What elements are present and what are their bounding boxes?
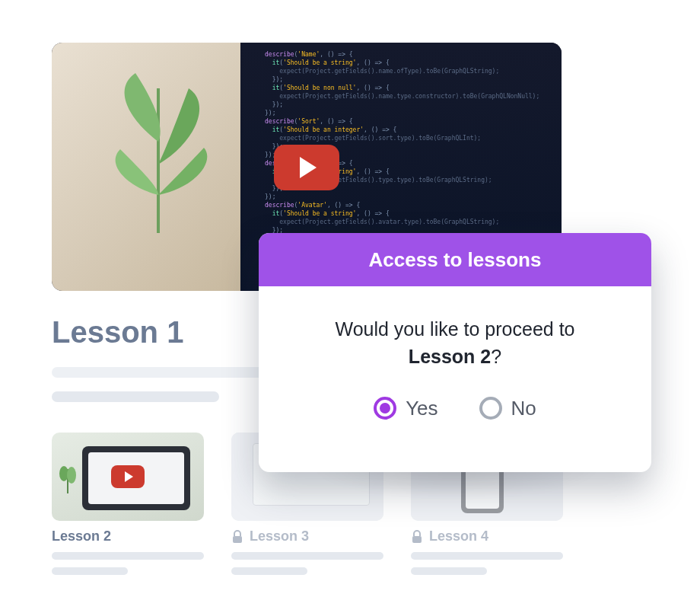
lesson-2-thumbnail[interactable] bbox=[52, 433, 204, 521]
text-placeholder-bar bbox=[52, 552, 204, 560]
modal-question: Would you like to proceed to Lesson 2? bbox=[259, 286, 651, 371]
modal-question-suffix: ? bbox=[491, 346, 501, 367]
lesson-4-label: Lesson 4 bbox=[429, 528, 488, 544]
text-placeholder-bar bbox=[411, 552, 563, 560]
radio-selected-icon[interactable] bbox=[374, 397, 396, 420]
svg-point-1 bbox=[67, 467, 76, 484]
play-triangle-icon bbox=[300, 157, 317, 178]
lock-icon bbox=[411, 530, 423, 544]
modal-option-yes-label: Yes bbox=[406, 397, 438, 420]
svg-rect-3 bbox=[412, 536, 422, 543]
plant-decoration bbox=[56, 463, 79, 493]
modal-options: Yes No bbox=[259, 397, 651, 420]
radio-unselected-icon[interactable] bbox=[479, 397, 502, 420]
lesson-1-title: Lesson 1 bbox=[52, 315, 183, 350]
plant-decoration bbox=[82, 58, 234, 241]
lesson-3-label: Lesson 3 bbox=[250, 528, 309, 544]
play-icon[interactable] bbox=[274, 145, 339, 190]
access-to-lessons-modal: Access to lessons Would you like to proc… bbox=[259, 233, 651, 472]
text-placeholder-bar bbox=[52, 391, 219, 402]
modal-option-no[interactable]: No bbox=[479, 397, 536, 420]
modal-question-prefix: Would you like to proceed to bbox=[335, 318, 574, 340]
lesson-2-card[interactable]: Lesson 2 bbox=[52, 433, 204, 575]
lock-icon bbox=[231, 530, 243, 544]
modal-option-no-label: No bbox=[511, 397, 536, 420]
lesson-access-screen: describe('Name', () => { it('Should be a… bbox=[0, 0, 700, 597]
lesson-2-label: Lesson 2 bbox=[52, 528, 111, 544]
text-placeholder-bar bbox=[231, 552, 383, 560]
svg-rect-2 bbox=[233, 536, 242, 543]
hero-photo-plant-side bbox=[52, 43, 250, 291]
play-icon[interactable] bbox=[111, 465, 145, 488]
text-placeholder-bar bbox=[52, 567, 128, 575]
modal-question-lesson: Lesson 2 bbox=[409, 346, 491, 367]
text-placeholder-bar bbox=[231, 567, 307, 575]
text-placeholder-bar bbox=[411, 567, 487, 575]
modal-option-yes[interactable]: Yes bbox=[374, 397, 438, 420]
modal-title: Access to lessons bbox=[259, 233, 651, 286]
